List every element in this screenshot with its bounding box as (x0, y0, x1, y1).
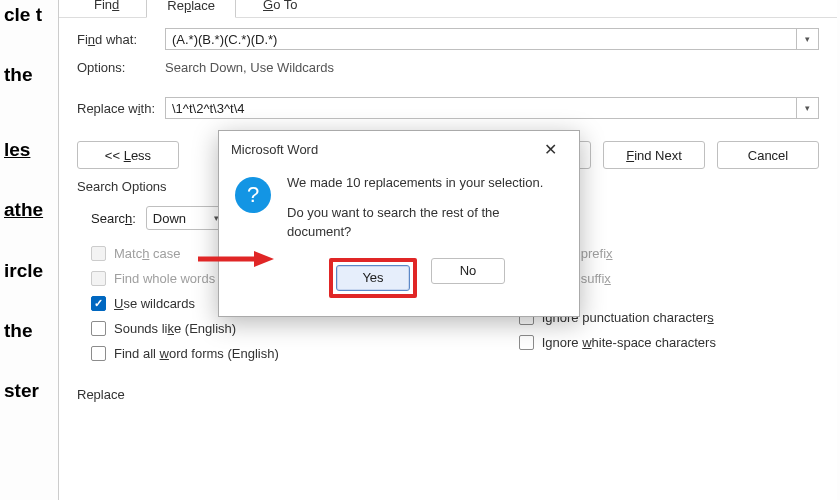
tab-bar: Find Replace Go To (59, 0, 837, 18)
search-direction-label: Search: (91, 211, 136, 226)
sounds-like-checkbox[interactable] (91, 321, 106, 336)
close-icon: ✕ (544, 140, 557, 159)
sounds-like-label: Sounds like (English) (114, 321, 236, 336)
match-case-checkbox (91, 246, 106, 261)
cancel-button[interactable]: Cancel (717, 141, 819, 169)
find-history-dropdown[interactable]: ▾ (797, 28, 819, 50)
yes-button[interactable]: Yes (336, 265, 410, 291)
yes-highlight: Yes (329, 258, 417, 298)
replacements-modal: Microsoft Word ✕ ? We made 10 replacemen… (218, 130, 580, 317)
document-background-text: cle t the les athe ircle the ster (0, 0, 56, 500)
less-button[interactable]: << Less (77, 141, 179, 169)
replace-history-dropdown[interactable]: ▾ (797, 97, 819, 119)
modal-message-line2: Do you want to search the rest of the do… (287, 203, 563, 242)
find-next-button[interactable]: Find Next (603, 141, 705, 169)
find-what-input[interactable]: (A.*)(B.*)(C.*)(D.*) (165, 28, 797, 50)
question-icon: ? (235, 177, 271, 213)
tab-goto[interactable]: Go To (242, 0, 318, 17)
chevron-down-icon: ▾ (805, 103, 810, 113)
no-button[interactable]: No (431, 258, 505, 284)
whole-words-checkbox (91, 271, 106, 286)
replace-section-title: Replace (77, 387, 819, 402)
replace-with-label: Replace with: (77, 101, 165, 116)
search-direction-select[interactable]: Down ▾ (146, 206, 226, 230)
options-value: Search Down, Use Wildcards (165, 60, 334, 75)
modal-close-button[interactable]: ✕ (531, 137, 569, 161)
ignore-ws-label: Ignore white-space characters (542, 335, 716, 350)
chevron-down-icon: ▾ (805, 34, 810, 44)
ignore-ws-checkbox[interactable] (519, 335, 534, 350)
word-forms-label: Find all word forms (English) (114, 346, 279, 361)
replace-with-input[interactable]: \1^t\2^t\3^t\4 (165, 97, 797, 119)
tab-find[interactable]: Find (73, 0, 140, 17)
use-wildcards-checkbox[interactable]: ✓ (91, 296, 106, 311)
use-wildcards-label: Use wildcards (114, 296, 195, 311)
modal-message-line1: We made 10 replacements in your selectio… (287, 173, 563, 193)
options-label: Options: (77, 60, 165, 75)
word-forms-checkbox[interactable] (91, 346, 106, 361)
tab-replace[interactable]: Replace (146, 0, 236, 18)
modal-title: Microsoft Word (231, 142, 318, 157)
match-case-label: Match case (114, 246, 180, 261)
find-what-label: Find what: (77, 32, 165, 47)
